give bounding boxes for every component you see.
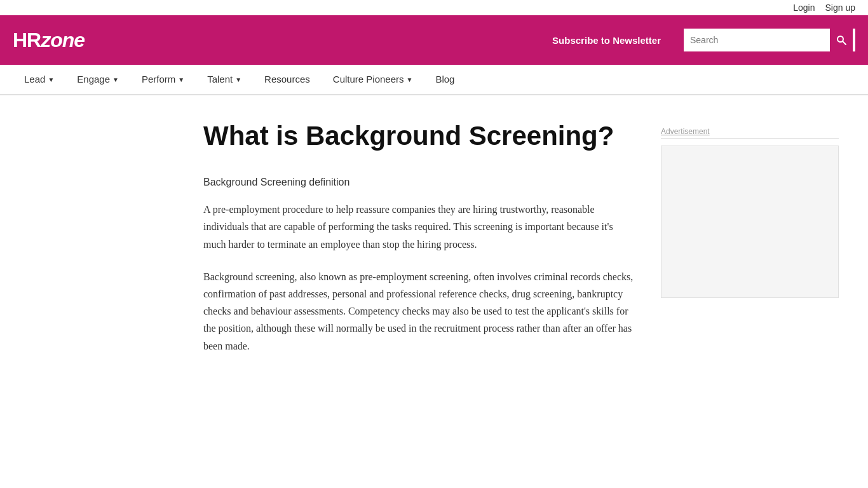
logo-area: HRzone — [13, 29, 85, 52]
logo-hr: HR — [13, 29, 41, 52]
chevron-down-icon: ▼ — [48, 76, 54, 83]
nav-item-resources[interactable]: Resources — [253, 65, 322, 95]
body-paragraph-2: Background screening, also known as pre-… — [203, 268, 635, 355]
sidebar: Advertisement — [661, 121, 839, 370]
search-icon — [836, 35, 846, 45]
nav-item-engage[interactable]: Engage ▼ — [65, 65, 130, 95]
subscribe-button[interactable]: Subscribe to Newsletter — [542, 30, 671, 51]
nav-item-culture-pioneers[interactable]: Culture Pioneers ▼ — [322, 65, 424, 95]
chevron-down-icon: ▼ — [112, 76, 119, 83]
ad-box — [661, 146, 839, 298]
body-paragraph-1: A pre-employment procedure to help reass… — [203, 201, 635, 253]
site-logo[interactable]: HRzone — [13, 29, 85, 52]
nav-label-resources: Resources — [264, 74, 310, 85]
nav-item-lead[interactable]: Lead ▼ — [13, 65, 65, 95]
chevron-down-icon: ▼ — [178, 76, 184, 83]
top-bar: Login Sign up — [0, 0, 868, 15]
logo-zone: zone — [41, 29, 85, 52]
search-input[interactable] — [684, 29, 830, 51]
definition-heading: Background Screening definition — [203, 177, 635, 188]
search-form — [684, 29, 855, 51]
nav-label-blog: Blog — [435, 74, 454, 85]
chevron-down-icon: ▼ — [407, 76, 413, 83]
nav-label-culture-pioneers: Culture Pioneers — [333, 74, 404, 85]
main-header: HRzone Subscribe to Newsletter — [0, 15, 868, 65]
login-link[interactable]: Login — [793, 3, 815, 13]
page-title: What is Background Screening? — [203, 121, 635, 151]
content-wrapper: What is Background Screening? Background… — [0, 95, 868, 408]
chevron-down-icon: ▼ — [235, 76, 241, 83]
nav-item-blog[interactable]: Blog — [424, 65, 466, 95]
ad-label: Advertisement — [661, 127, 839, 139]
svg-line-1 — [843, 41, 846, 44]
signup-link[interactable]: Sign up — [825, 3, 855, 13]
nav-label-lead: Lead — [24, 74, 45, 85]
nav-item-talent[interactable]: Talent ▼ — [196, 65, 253, 95]
search-button[interactable] — [830, 29, 853, 51]
nav-item-perform[interactable]: Perform ▼ — [130, 65, 196, 95]
nav-label-talent: Talent — [207, 74, 233, 85]
nav-bar: Lead ▼ Engage ▼ Perform ▼ Talent ▼ Resou… — [0, 65, 868, 95]
main-content: What is Background Screening? Background… — [203, 121, 635, 370]
nav-label-engage: Engage — [77, 74, 110, 85]
nav-label-perform: Perform — [142, 74, 175, 85]
